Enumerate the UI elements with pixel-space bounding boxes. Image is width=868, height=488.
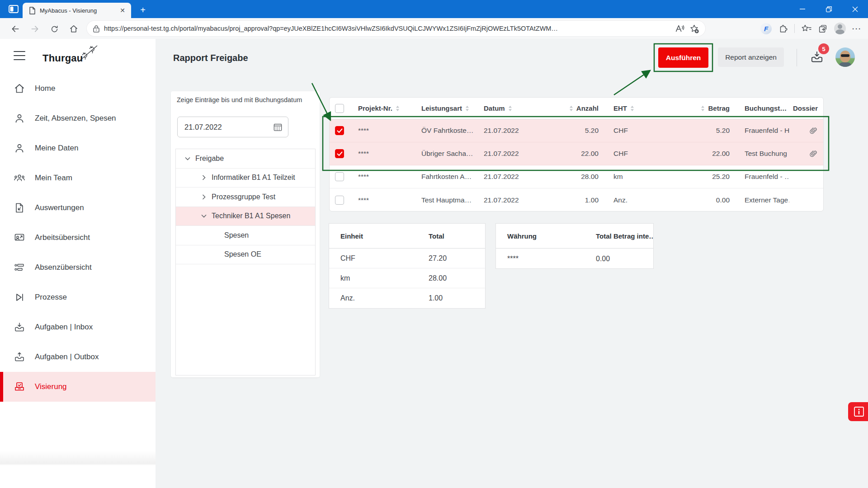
info-button[interactable] bbox=[848, 402, 868, 421]
sort-icon[interactable] bbox=[569, 105, 573, 112]
favorites-button[interactable] bbox=[801, 24, 811, 33]
totals-unit-header: Einheit Total bbox=[329, 224, 485, 249]
browser-profile-button[interactable] bbox=[834, 23, 846, 34]
settings-menu-button[interactable]: ··· bbox=[852, 25, 862, 33]
sidebar-item-absenzuebersicht[interactable]: Absenzübersicht bbox=[0, 253, 156, 282]
cell-betrag: 25.20 bbox=[692, 173, 735, 181]
calendar-icon[interactable] bbox=[273, 122, 283, 132]
sidebar-scroll-shadow bbox=[0, 451, 156, 465]
totals-row: CHF 27.20 bbox=[329, 249, 485, 268]
chevron-right-icon bbox=[201, 174, 207, 181]
table-row[interactable]: **** Test Hauptma… 21.07.2022 1.00 Anz. … bbox=[330, 188, 823, 211]
window-minimize-button[interactable] bbox=[789, 0, 816, 18]
table-row[interactable]: **** ÖV Fahrtkoste… 21.07.2022 5.20 CHF … bbox=[330, 119, 823, 142]
sort-icon[interactable] bbox=[465, 105, 469, 112]
column-header-leistungsart[interactable]: Leistungsart bbox=[412, 104, 474, 112]
url-bar[interactable]: https://personal-test.tg.ch/portal/myaba… bbox=[87, 21, 705, 36]
home-icon bbox=[69, 24, 78, 33]
select-all-checkbox[interactable] bbox=[335, 104, 344, 113]
collections-icon bbox=[818, 23, 828, 33]
browser-titlebar: MyAbacus - Visierung ✕ + bbox=[0, 0, 868, 18]
window-restore-button[interactable] bbox=[816, 0, 842, 18]
cell-leistungsart: Übriger Sacha… bbox=[412, 150, 474, 158]
row-checkbox-checked[interactable] bbox=[335, 126, 344, 135]
column-header-buchungstext[interactable]: Buchungst… bbox=[735, 104, 789, 112]
sort-icon[interactable] bbox=[789, 105, 790, 112]
entries-table: Projekt-Nr. Leistungsart Datum Anzahl EH… bbox=[329, 97, 824, 211]
tree-node-spesen[interactable]: Spesen bbox=[176, 226, 315, 245]
home-button[interactable] bbox=[67, 23, 80, 35]
column-header-eht[interactable]: EHT bbox=[604, 104, 692, 112]
tree-node-techniker[interactable]: Techniker B1 A1 Spesen bbox=[176, 207, 315, 226]
sidebar-item-arbeitsuebersicht[interactable]: Arbeitsübersicht bbox=[0, 223, 156, 253]
cell-anzahl: 5.20 bbox=[538, 127, 604, 135]
sidebar-item-zeit-absenzen-spesen[interactable]: Zeit, Absenzen, Spesen bbox=[0, 103, 156, 133]
row-checkbox-checked[interactable] bbox=[335, 149, 344, 158]
sidebar: Thurgau Home Zeit, Absenzen, Spesen Mein… bbox=[0, 39, 156, 488]
tree-node-freigabe[interactable]: Freigabe bbox=[176, 149, 315, 169]
cell-projekt: **** bbox=[349, 173, 412, 181]
booking-date-input[interactable]: 21.07.2022 bbox=[177, 117, 288, 137]
show-report-button[interactable]: Report anzeigen bbox=[718, 47, 784, 67]
header-total: Total bbox=[417, 232, 485, 240]
extensions-button[interactable] bbox=[778, 23, 788, 33]
sidebar-item-meine-daten[interactable]: Meine Daten bbox=[0, 133, 156, 163]
collections-button[interactable] bbox=[818, 23, 828, 33]
tree-node-spesen-oe[interactable]: Spesen OE bbox=[176, 245, 315, 265]
extension-f-button[interactable]: F bbox=[760, 23, 772, 34]
tree-node-prozessgruppe[interactable]: Prozessgruppe Test bbox=[176, 188, 315, 207]
column-header-betrag[interactable]: Betrag bbox=[692, 104, 735, 112]
browser-tab[interactable]: MyAbacus - Visierung ✕ bbox=[23, 3, 131, 18]
menu-toggle-button[interactable] bbox=[14, 51, 25, 60]
workspace-icon bbox=[9, 5, 19, 13]
execute-button[interactable]: Ausführen bbox=[658, 47, 708, 68]
paperclip-icon[interactable] bbox=[809, 126, 818, 135]
totals-by-unit-table: Einheit Total CHF 27.20 km 28.00 Anz. 1.… bbox=[329, 223, 486, 309]
refresh-button[interactable] bbox=[48, 23, 61, 35]
row-checkbox[interactable] bbox=[335, 196, 344, 205]
total-value: 28.00 bbox=[417, 274, 485, 282]
toolbar-divider bbox=[794, 24, 795, 33]
column-header-datum[interactable]: Datum bbox=[474, 104, 538, 112]
row-checkbox[interactable] bbox=[335, 172, 344, 181]
extension-f-letter: F bbox=[764, 25, 768, 33]
sidebar-item-aufgaben-outbox[interactable]: Aufgaben | Outbox bbox=[0, 342, 156, 372]
close-icon bbox=[852, 6, 858, 12]
table-row[interactable]: **** Fahrtkosten A… 21.07.2022 28.00 km … bbox=[330, 165, 823, 188]
forward-button[interactable] bbox=[28, 23, 41, 35]
favorite-star-button[interactable] bbox=[688, 23, 700, 34]
column-header-projekt[interactable]: Projekt-Nr. bbox=[349, 104, 412, 112]
puzzle-icon bbox=[778, 23, 788, 33]
sidebar-item-prozesse[interactable]: Prozesse bbox=[0, 282, 156, 312]
user-avatar[interactable] bbox=[835, 47, 855, 67]
sort-icon[interactable] bbox=[701, 105, 705, 112]
sort-icon[interactable] bbox=[396, 105, 400, 112]
sidebar-item-home[interactable]: Home bbox=[0, 74, 156, 103]
paperclip-icon[interactable] bbox=[809, 149, 818, 158]
sidebar-item-mein-team[interactable]: Mein Team bbox=[0, 163, 156, 193]
cell-eht: km bbox=[604, 173, 692, 181]
sidebar-item-auswertungen[interactable]: Auswertungen bbox=[0, 193, 156, 223]
cell-buchungstext: Frauenfeld - H… bbox=[735, 127, 789, 135]
cell-buchungstext: Frauenfeld - … bbox=[735, 173, 789, 181]
total-value: 27.20 bbox=[417, 254, 485, 263]
column-header-dossier[interactable]: Dossier bbox=[789, 104, 823, 112]
new-tab-button[interactable]: + bbox=[138, 5, 148, 15]
read-aloud-button[interactable] bbox=[674, 23, 685, 34]
sidebar-item-aufgaben-inbox[interactable]: Aufgaben | Inbox bbox=[0, 312, 156, 342]
tree-node-informatiker[interactable]: Informatiker B1 A1 Teilzeit bbox=[176, 169, 315, 188]
cell-betrag: 0.00 bbox=[692, 196, 735, 204]
cell-eht: CHF bbox=[604, 127, 692, 135]
sort-icon[interactable] bbox=[508, 105, 512, 112]
back-button[interactable] bbox=[9, 23, 22, 35]
sort-icon[interactable] bbox=[630, 105, 634, 112]
cell-buchungstext: Test Buchung bbox=[735, 150, 789, 158]
sidebar-item-visierung[interactable]: Visierung bbox=[0, 372, 156, 402]
tab-workspace-button[interactable] bbox=[5, 3, 22, 15]
absence-list-icon bbox=[14, 262, 25, 273]
tab-close-icon[interactable]: ✕ bbox=[118, 6, 127, 14]
table-row[interactable]: **** Übriger Sacha… 21.07.2022 22.00 CHF… bbox=[330, 142, 823, 165]
window-close-button[interactable] bbox=[842, 0, 868, 18]
column-header-anzahl[interactable]: Anzahl bbox=[538, 104, 604, 112]
unit-value: km bbox=[329, 274, 417, 282]
